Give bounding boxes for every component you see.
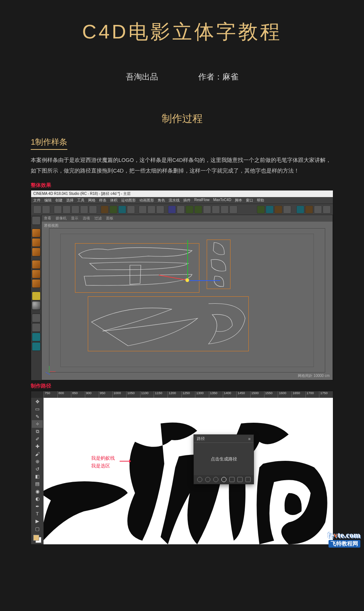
crop-tool-icon[interactable]: ⧉ (32, 428, 43, 435)
brush-tool-icon[interactable]: 🖌 (32, 450, 43, 458)
rotate-tool-icon[interactable] (80, 205, 88, 214)
shape-tool-icon[interactable]: ▢ (32, 525, 43, 532)
z-axis-lock-icon[interactable] (118, 205, 126, 214)
panel-icon[interactable] (314, 205, 322, 214)
vp-tab[interactable]: 面板 (106, 216, 113, 221)
scale-tool-icon[interactable] (71, 205, 79, 214)
vp-tab[interactable]: 摄像机 (56, 216, 67, 221)
vp-tab[interactable]: 显示 (71, 216, 78, 221)
locked-workplane-icon[interactable] (32, 333, 41, 341)
menu-item[interactable]: 体积 (110, 198, 117, 203)
layout-icon[interactable] (274, 205, 282, 214)
move-tool-icon[interactable] (63, 205, 71, 214)
menu-item[interactable]: 编辑 (44, 198, 52, 203)
render-view-icon[interactable] (139, 205, 147, 214)
menu-item[interactable]: 文件 (33, 198, 41, 203)
fill-path-icon[interactable] (197, 477, 202, 482)
edge-mode-icon[interactable] (32, 270, 41, 278)
type-tool-icon[interactable]: T (32, 510, 43, 517)
layout-icon[interactable] (283, 205, 291, 214)
point-mode-icon[interactable] (32, 260, 41, 269)
annotation: 我是蚂蚁线 我是选区 (91, 455, 115, 470)
gradient-tool-icon[interactable]: ▤ (32, 480, 43, 488)
x-axis-lock-icon[interactable] (101, 205, 109, 214)
blur-tool-icon[interactable]: ◉ (32, 488, 43, 495)
menu-item[interactable]: 插件 (183, 198, 191, 203)
snap-icon[interactable] (32, 314, 41, 322)
make-editable-icon[interactable] (32, 216, 41, 225)
color-swatch-icon[interactable] (33, 535, 41, 542)
label-make-path: 制作路径 (31, 383, 333, 389)
spline-pen-icon[interactable] (177, 205, 185, 214)
cube-primitive-icon[interactable] (168, 205, 176, 214)
stroke-path-icon[interactable] (205, 477, 210, 482)
y-axis-lock-icon[interactable] (109, 205, 117, 214)
render-queue-icon[interactable] (156, 205, 164, 214)
menu-item[interactable]: 网格 (88, 198, 95, 203)
recent-tool-icon[interactable] (89, 205, 97, 214)
coord-system-icon[interactable] (127, 205, 135, 214)
ps-canvas[interactable]: 我是蚂蚁线 我是选区 路径 ≡ 点击生成路径 (44, 398, 333, 544)
stamp-tool-icon[interactable]: ⊕ (32, 458, 43, 465)
delete-path-icon[interactable] (245, 477, 251, 482)
layout-icon[interactable] (257, 205, 265, 214)
new-path-icon[interactable] (237, 477, 243, 482)
texture-mode-icon[interactable] (32, 238, 41, 247)
menu-item[interactable]: 窗口 (246, 198, 253, 203)
lasso-tool-icon[interactable]: ✎ (32, 413, 43, 420)
history-brush-icon[interactable]: ↺ (32, 465, 43, 473)
generator-icon[interactable] (194, 205, 202, 214)
menu-item[interactable]: 动画图形 (139, 198, 154, 203)
panel-icon[interactable] (323, 205, 331, 214)
panel-body-hint[interactable]: 点击生成路径 (194, 443, 254, 475)
make-workpath-icon[interactable] (221, 477, 226, 482)
redo-icon[interactable] (42, 205, 50, 214)
marquee-tool-icon[interactable]: ▭ (32, 405, 43, 412)
vp-tab[interactable]: 过滤 (94, 216, 102, 221)
dodge-tool-icon[interactable]: ◐ (32, 495, 43, 502)
magic-wand-tool-icon[interactable]: ✧ (32, 420, 43, 427)
vp-tab[interactable]: 查看 (44, 216, 51, 221)
panel-icon[interactable] (296, 205, 304, 214)
viewport-solo-icon[interactable] (32, 301, 41, 310)
menu-item[interactable]: MaxToC4D (213, 198, 231, 203)
healing-tool-icon[interactable]: ✚ (32, 443, 43, 450)
select-tool-icon[interactable] (54, 205, 62, 214)
menu-item[interactable]: 选择 (66, 198, 74, 203)
paths-panel[interactable]: 路径 ≡ 点击生成路径 (194, 434, 254, 484)
environment-icon[interactable] (212, 205, 220, 214)
vp-tab[interactable]: 选项 (83, 216, 90, 221)
menu-item[interactable]: 流水线 (169, 198, 180, 203)
eraser-tool-icon[interactable]: ◧ (32, 473, 43, 480)
poly-mode-icon[interactable] (32, 279, 41, 288)
mask-icon[interactable] (229, 477, 234, 482)
panel-menu-icon[interactable]: ≡ (248, 437, 251, 441)
menu-item[interactable]: 工具 (77, 198, 85, 203)
menu-item[interactable]: 创建 (55, 198, 63, 203)
undo-icon[interactable] (33, 205, 41, 214)
menu-item[interactable]: 脚本 (235, 198, 242, 203)
pen-tool-icon[interactable]: ✒ (32, 503, 43, 510)
light-icon[interactable] (229, 205, 237, 214)
planar-workplane-icon[interactable] (32, 342, 41, 351)
camera-icon[interactable] (221, 205, 229, 214)
menu-item[interactable]: 运动图形 (121, 198, 136, 203)
eyedropper-tool-icon[interactable]: ✐ (32, 435, 43, 442)
deformer-icon[interactable] (203, 205, 211, 214)
move-tool-icon[interactable]: ✥ (32, 398, 43, 405)
enable-axis-icon[interactable] (32, 292, 41, 300)
path-to-selection-icon[interactable] (213, 477, 218, 482)
path-select-icon[interactable]: ▶ (32, 518, 43, 525)
menu-item[interactable]: 样条 (99, 198, 106, 203)
workplane-snap-icon[interactable] (32, 323, 41, 332)
nurbs-icon[interactable] (185, 205, 194, 214)
render-settings-icon[interactable] (147, 205, 155, 214)
menu-item[interactable]: 角色 (158, 198, 165, 203)
panel-icon[interactable] (305, 205, 313, 214)
model-mode-icon[interactable] (32, 229, 41, 237)
menu-item[interactable]: 帮助 (257, 198, 264, 203)
c4d-viewport[interactable]: 查看 摄像机 显示 选项 过滤 面板 透视视图 (41, 215, 333, 380)
menu-item[interactable]: RealFlow (194, 198, 210, 203)
workplane-icon[interactable] (32, 248, 41, 256)
layout-icon[interactable] (266, 205, 274, 214)
